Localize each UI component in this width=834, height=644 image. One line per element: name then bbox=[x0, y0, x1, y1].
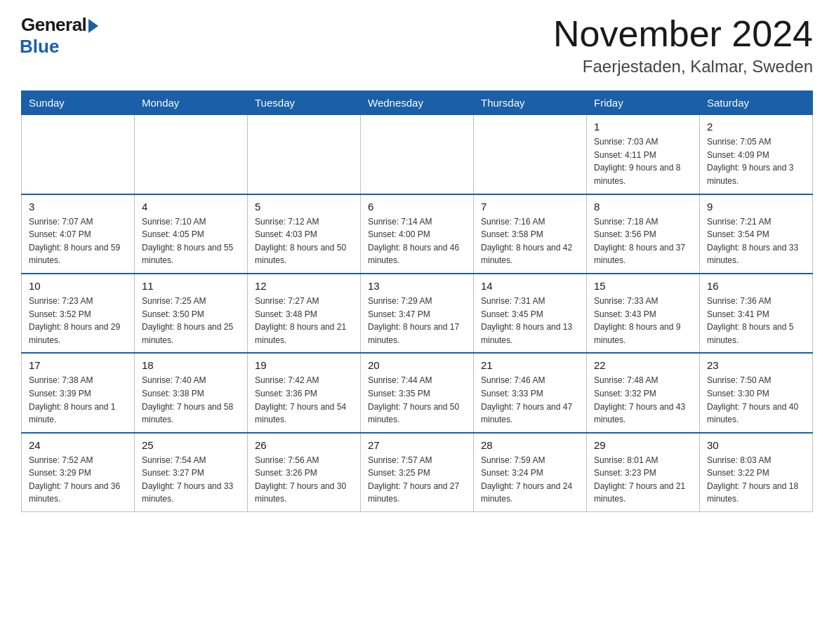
day-number: 21 bbox=[481, 359, 579, 371]
calendar-table: SundayMondayTuesdayWednesdayThursdayFrid… bbox=[21, 90, 813, 512]
day-number: 10 bbox=[29, 280, 127, 292]
day-number: 1 bbox=[594, 121, 692, 133]
calendar-week-1: 1Sunrise: 7:03 AMSunset: 4:11 PMDaylight… bbox=[22, 115, 813, 194]
day-number: 15 bbox=[594, 280, 692, 292]
day-number: 5 bbox=[255, 201, 353, 213]
calendar-week-3: 10Sunrise: 7:23 AMSunset: 3:52 PMDayligh… bbox=[22, 274, 813, 353]
calendar-subtitle: Faerjestaden, Kalmar, Sweden bbox=[553, 57, 813, 76]
day-info: Sunrise: 7:33 AMSunset: 3:43 PMDaylight:… bbox=[594, 295, 692, 347]
day-number: 20 bbox=[368, 359, 466, 371]
day-info: Sunrise: 7:14 AMSunset: 4:00 PMDaylight:… bbox=[368, 215, 466, 267]
day-info: Sunrise: 7:29 AMSunset: 3:47 PMDaylight:… bbox=[368, 295, 466, 347]
day-number: 28 bbox=[481, 439, 579, 451]
day-info: Sunrise: 7:56 AMSunset: 3:26 PMDaylight:… bbox=[255, 454, 353, 506]
calendar-cell: 23Sunrise: 7:50 AMSunset: 3:30 PMDayligh… bbox=[700, 353, 813, 432]
calendar-week-4: 17Sunrise: 7:38 AMSunset: 3:39 PMDayligh… bbox=[22, 353, 813, 432]
calendar-cell: 14Sunrise: 7:31 AMSunset: 3:45 PMDayligh… bbox=[474, 274, 587, 353]
day-number: 3 bbox=[29, 201, 127, 213]
day-number: 30 bbox=[707, 439, 805, 451]
calendar-cell: 5Sunrise: 7:12 AMSunset: 4:03 PMDaylight… bbox=[248, 194, 361, 274]
day-number: 18 bbox=[142, 359, 240, 371]
calendar-cell: 21Sunrise: 7:46 AMSunset: 3:33 PMDayligh… bbox=[474, 353, 587, 432]
calendar-cell: 17Sunrise: 7:38 AMSunset: 3:39 PMDayligh… bbox=[22, 353, 135, 432]
calendar-cell: 19Sunrise: 7:42 AMSunset: 3:36 PMDayligh… bbox=[248, 353, 361, 432]
day-number: 17 bbox=[29, 359, 127, 371]
calendar-cell: 24Sunrise: 7:52 AMSunset: 3:29 PMDayligh… bbox=[22, 433, 135, 512]
logo-blue-text: Blue bbox=[20, 36, 59, 58]
day-info: Sunrise: 7:59 AMSunset: 3:24 PMDaylight:… bbox=[481, 454, 579, 506]
day-info: Sunrise: 7:42 AMSunset: 3:36 PMDaylight:… bbox=[255, 374, 353, 426]
day-number: 11 bbox=[142, 280, 240, 292]
calendar-cell: 16Sunrise: 7:36 AMSunset: 3:41 PMDayligh… bbox=[700, 274, 813, 353]
day-number: 2 bbox=[707, 121, 805, 133]
header-cell-monday: Monday bbox=[135, 91, 248, 115]
calendar-cell: 20Sunrise: 7:44 AMSunset: 3:35 PMDayligh… bbox=[361, 353, 474, 432]
calendar-cell: 7Sunrise: 7:16 AMSunset: 3:58 PMDaylight… bbox=[474, 194, 587, 274]
day-number: 6 bbox=[368, 201, 466, 213]
logo: General Blue bbox=[21, 14, 98, 58]
calendar-cell bbox=[474, 115, 587, 194]
day-info: Sunrise: 8:01 AMSunset: 3:23 PMDaylight:… bbox=[594, 454, 692, 506]
calendar-cell: 22Sunrise: 7:48 AMSunset: 3:32 PMDayligh… bbox=[587, 353, 700, 432]
calendar-cell: 6Sunrise: 7:14 AMSunset: 4:00 PMDaylight… bbox=[361, 194, 474, 274]
calendar-week-2: 3Sunrise: 7:07 AMSunset: 4:07 PMDaylight… bbox=[22, 194, 813, 274]
day-number: 14 bbox=[481, 280, 579, 292]
header-cell-friday: Friday bbox=[587, 91, 700, 115]
calendar-body: 1Sunrise: 7:03 AMSunset: 4:11 PMDaylight… bbox=[22, 115, 813, 512]
calendar-cell: 9Sunrise: 7:21 AMSunset: 3:54 PMDaylight… bbox=[700, 194, 813, 274]
day-info: Sunrise: 7:46 AMSunset: 3:33 PMDaylight:… bbox=[481, 374, 579, 426]
day-info: Sunrise: 7:44 AMSunset: 3:35 PMDaylight:… bbox=[368, 374, 466, 426]
calendar-header: SundayMondayTuesdayWednesdayThursdayFrid… bbox=[22, 91, 813, 115]
day-number: 13 bbox=[368, 280, 466, 292]
calendar-cell: 25Sunrise: 7:54 AMSunset: 3:27 PMDayligh… bbox=[135, 433, 248, 512]
day-info: Sunrise: 7:03 AMSunset: 4:11 PMDaylight:… bbox=[594, 135, 692, 187]
day-number: 8 bbox=[594, 201, 692, 213]
day-number: 23 bbox=[707, 359, 805, 371]
logo-triangle-icon bbox=[88, 19, 98, 33]
day-number: 29 bbox=[594, 439, 692, 451]
header-cell-sunday: Sunday bbox=[22, 91, 135, 115]
calendar-cell: 11Sunrise: 7:25 AMSunset: 3:50 PMDayligh… bbox=[135, 274, 248, 353]
calendar-cell: 27Sunrise: 7:57 AMSunset: 3:25 PMDayligh… bbox=[361, 433, 474, 512]
header-cell-saturday: Saturday bbox=[700, 91, 813, 115]
day-info: Sunrise: 7:38 AMSunset: 3:39 PMDaylight:… bbox=[29, 374, 127, 426]
calendar-cell: 29Sunrise: 8:01 AMSunset: 3:23 PMDayligh… bbox=[587, 433, 700, 512]
header-cell-wednesday: Wednesday bbox=[361, 91, 474, 115]
day-info: Sunrise: 7:12 AMSunset: 4:03 PMDaylight:… bbox=[255, 215, 353, 267]
day-info: Sunrise: 7:16 AMSunset: 3:58 PMDaylight:… bbox=[481, 215, 579, 267]
title-block: November 2024 Faerjestaden, Kalmar, Swed… bbox=[553, 14, 813, 76]
calendar-cell: 15Sunrise: 7:33 AMSunset: 3:43 PMDayligh… bbox=[587, 274, 700, 353]
day-number: 4 bbox=[142, 201, 240, 213]
day-info: Sunrise: 7:48 AMSunset: 3:32 PMDaylight:… bbox=[594, 374, 692, 426]
day-info: Sunrise: 7:31 AMSunset: 3:45 PMDaylight:… bbox=[481, 295, 579, 347]
day-number: 7 bbox=[481, 201, 579, 213]
day-info: Sunrise: 7:10 AMSunset: 4:05 PMDaylight:… bbox=[142, 215, 240, 267]
calendar-cell bbox=[22, 115, 135, 194]
logo-general-text: General bbox=[21, 14, 86, 36]
calendar-cell: 4Sunrise: 7:10 AMSunset: 4:05 PMDaylight… bbox=[135, 194, 248, 274]
calendar-cell: 26Sunrise: 7:56 AMSunset: 3:26 PMDayligh… bbox=[248, 433, 361, 512]
day-info: Sunrise: 8:03 AMSunset: 3:22 PMDaylight:… bbox=[707, 454, 805, 506]
day-info: Sunrise: 7:57 AMSunset: 3:25 PMDaylight:… bbox=[368, 454, 466, 506]
calendar-week-5: 24Sunrise: 7:52 AMSunset: 3:29 PMDayligh… bbox=[22, 433, 813, 512]
calendar-cell: 10Sunrise: 7:23 AMSunset: 3:52 PMDayligh… bbox=[22, 274, 135, 353]
page-header: General Blue November 2024 Faerjestaden,… bbox=[21, 14, 813, 76]
day-info: Sunrise: 7:25 AMSunset: 3:50 PMDaylight:… bbox=[142, 295, 240, 347]
day-number: 9 bbox=[707, 201, 805, 213]
day-number: 27 bbox=[368, 439, 466, 451]
day-number: 12 bbox=[255, 280, 353, 292]
day-number: 22 bbox=[594, 359, 692, 371]
day-info: Sunrise: 7:21 AMSunset: 3:54 PMDaylight:… bbox=[707, 215, 805, 267]
calendar-cell: 12Sunrise: 7:27 AMSunset: 3:48 PMDayligh… bbox=[248, 274, 361, 353]
day-info: Sunrise: 7:52 AMSunset: 3:29 PMDaylight:… bbox=[29, 454, 127, 506]
calendar-cell: 30Sunrise: 8:03 AMSunset: 3:22 PMDayligh… bbox=[700, 433, 813, 512]
day-info: Sunrise: 7:18 AMSunset: 3:56 PMDaylight:… bbox=[594, 215, 692, 267]
calendar-cell bbox=[248, 115, 361, 194]
day-info: Sunrise: 7:36 AMSunset: 3:41 PMDaylight:… bbox=[707, 295, 805, 347]
calendar-cell: 3Sunrise: 7:07 AMSunset: 4:07 PMDaylight… bbox=[22, 194, 135, 274]
day-info: Sunrise: 7:54 AMSunset: 3:27 PMDaylight:… bbox=[142, 454, 240, 506]
header-cell-tuesday: Tuesday bbox=[248, 91, 361, 115]
header-row: SundayMondayTuesdayWednesdayThursdayFrid… bbox=[22, 91, 813, 115]
day-number: 26 bbox=[255, 439, 353, 451]
calendar-cell: 2Sunrise: 7:05 AMSunset: 4:09 PMDaylight… bbox=[700, 115, 813, 194]
